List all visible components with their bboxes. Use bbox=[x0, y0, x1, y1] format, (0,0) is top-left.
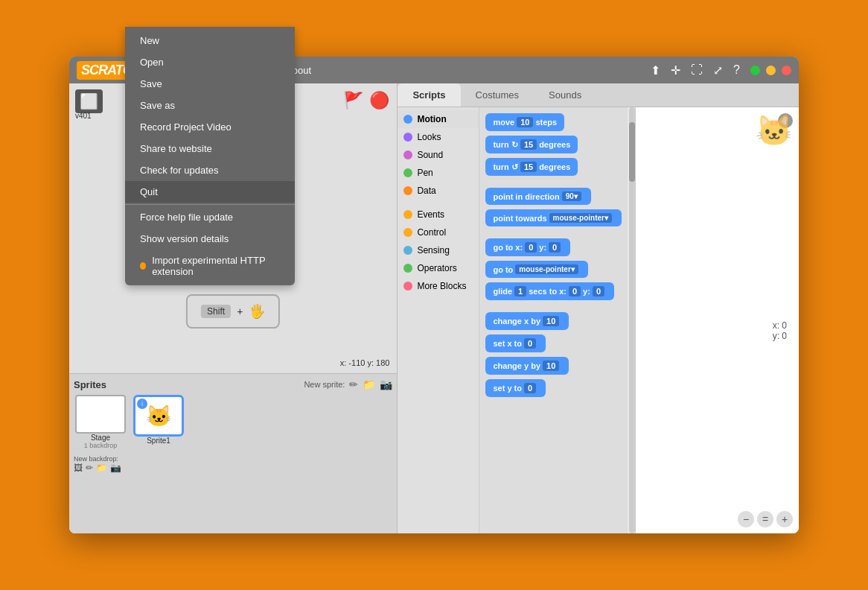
window-maximize[interactable] bbox=[750, 66, 760, 75]
menu-item-share[interactable]: Share to website bbox=[125, 138, 295, 159]
tab-sounds[interactable]: Sounds bbox=[534, 83, 596, 107]
events-dot bbox=[403, 210, 412, 219]
menu-item-save[interactable]: Save bbox=[125, 73, 295, 95]
sound-dot bbox=[403, 150, 412, 159]
stage-thumb-label: Stage bbox=[91, 434, 110, 442]
sprite-stage-coords: x: 0 y: 0 bbox=[773, 320, 787, 341]
y-coord-label: y: bbox=[367, 358, 376, 367]
new-sprite-camera-btn[interactable]: 📷 bbox=[380, 378, 392, 390]
menu-item-force-help[interactable]: Force help file update bbox=[125, 206, 295, 228]
new-backdrop-icons: 🖼 ✏ 📁 📷 bbox=[74, 463, 392, 473]
category-sound-label: Sound bbox=[417, 150, 443, 160]
tab-costumes[interactable]: Costumes bbox=[461, 83, 534, 107]
backdrop-image-btn[interactable]: 🖼 bbox=[74, 463, 83, 473]
new-backdrop-label: New backdrop: bbox=[74, 455, 392, 463]
new-backdrop-section: New backdrop: 🖼 ✏ 📁 📷 bbox=[74, 455, 392, 473]
more-blocks-dot bbox=[403, 282, 412, 291]
right-panel: Scripts Costumes Sounds Motion Looks bbox=[398, 83, 799, 533]
save-icon[interactable]: ⬆ bbox=[651, 63, 660, 77]
menu-item-check-updates[interactable]: Check for updates bbox=[125, 159, 295, 181]
stage-thumbnail[interactable]: Stage 1 backdrop bbox=[74, 395, 127, 449]
new-sprite-icons: ✏ 📁 📷 bbox=[349, 378, 392, 390]
blocks-palette: move 10 steps turn ↻ 15 degrees turn ↺ 1… bbox=[479, 107, 628, 533]
zoom-reset-btn[interactable]: = bbox=[757, 511, 773, 527]
block-turn-cw[interactable]: turn ↻ 15 degrees bbox=[485, 136, 578, 153]
sprite1-thumb-box: i 🐱 bbox=[133, 395, 184, 437]
window-close[interactable] bbox=[782, 66, 791, 75]
blocks-scrollbar-thumb[interactable] bbox=[629, 122, 635, 182]
sprite-selector-btn[interactable]: ⬜ bbox=[75, 89, 103, 113]
zoom-in-btn[interactable]: + bbox=[776, 511, 793, 527]
block-categories: Motion Looks Sound Pen bbox=[398, 107, 479, 533]
category-operators[interactable]: Operators bbox=[398, 259, 479, 277]
category-sensing[interactable]: Sensing bbox=[398, 241, 479, 259]
block-turn-ccw[interactable]: turn ↺ 15 degrees bbox=[485, 158, 578, 176]
backdrop-camera-btn[interactable]: 📷 bbox=[110, 463, 121, 473]
zoom-controls: − = + bbox=[738, 511, 793, 527]
menu-separator bbox=[125, 204, 295, 205]
sprite-info-badge[interactable]: i bbox=[137, 399, 147, 409]
new-sprite-draw-btn[interactable]: ✏ bbox=[349, 378, 358, 390]
new-sprite-upload-btn[interactable]: 📁 bbox=[363, 378, 375, 390]
category-events[interactable]: Events bbox=[398, 206, 479, 223]
block-point-towards[interactable]: point towards mouse-pointer▾ bbox=[485, 209, 622, 226]
category-motion[interactable]: Motion bbox=[398, 110, 479, 128]
zoom-out-btn[interactable]: − bbox=[738, 511, 754, 527]
looks-dot bbox=[403, 133, 412, 142]
expand-icon[interactable]: ⤢ bbox=[713, 63, 723, 77]
category-looks[interactable]: Looks bbox=[398, 128, 479, 146]
block-go-to-mouse[interactable]: go to mouse-pointer▾ bbox=[485, 261, 587, 278]
menu-item-show-version[interactable]: Show version details bbox=[125, 228, 295, 250]
category-more-blocks[interactable]: More Blocks bbox=[398, 277, 479, 295]
block-set-x[interactable]: set x to 0 bbox=[485, 334, 546, 352]
sprite1-label: Sprite1 bbox=[147, 437, 170, 445]
window-controls bbox=[750, 66, 791, 75]
sprite-y-coord: y: 0 bbox=[773, 331, 787, 341]
block-go-to-xy[interactable]: go to x:0 y:0 bbox=[485, 238, 570, 256]
help-icon[interactable]: ? bbox=[733, 63, 740, 77]
fullscreen-icon[interactable]: ⛶ bbox=[691, 63, 703, 77]
window-minimize[interactable] bbox=[766, 66, 776, 75]
block-move-steps[interactable]: move 10 steps bbox=[485, 113, 564, 131]
category-motion-label: Motion bbox=[417, 114, 446, 124]
green-flag-button[interactable]: 🚩 bbox=[343, 91, 363, 110]
tab-scripts[interactable]: Scripts bbox=[398, 83, 460, 107]
sprites-bar: Sprites New sprite: ✏ 📁 📷 Stage 1 backdr… bbox=[69, 374, 397, 533]
menu-item-quit[interactable]: Quit bbox=[125, 181, 295, 203]
cat-sprite-icon: 🐱 bbox=[146, 404, 172, 428]
category-data[interactable]: Data bbox=[398, 182, 479, 200]
category-more-blocks-label: More Blocks bbox=[417, 281, 466, 291]
category-pen[interactable]: Pen bbox=[398, 164, 479, 182]
category-data-label: Data bbox=[417, 185, 435, 196]
shortcut-display: Shift + 🖐 bbox=[186, 294, 280, 329]
block-change-x[interactable]: change x by 10 bbox=[485, 312, 569, 330]
backdrop-draw-btn[interactable]: ✏ bbox=[86, 463, 93, 473]
stage-thumb-box bbox=[75, 395, 126, 434]
block-change-y[interactable]: change y by 10 bbox=[485, 357, 569, 375]
category-control[interactable]: Control bbox=[398, 223, 479, 241]
control-dot bbox=[403, 228, 412, 237]
y-coord-value: 180 bbox=[376, 358, 389, 367]
pen-dot bbox=[403, 168, 412, 177]
sprites-list: Stage 1 backdrop i 🐱 Sprite1 bbox=[74, 395, 392, 449]
data-dot bbox=[403, 186, 412, 195]
block-point-direction[interactable]: point in direction 90▾ bbox=[485, 188, 590, 205]
motion-dot bbox=[403, 115, 412, 124]
menu-item-open[interactable]: Open bbox=[125, 57, 295, 73]
menu-item-record-video[interactable]: Record Project Video bbox=[125, 116, 295, 138]
move-icon[interactable]: ✛ bbox=[671, 63, 680, 77]
backdrop-upload-btn[interactable]: 📁 bbox=[96, 463, 107, 473]
category-sound[interactable]: Sound bbox=[398, 146, 479, 164]
sprite1-thumbnail[interactable]: i 🐱 Sprite1 bbox=[133, 395, 184, 449]
sprite-label: v401 bbox=[75, 112, 92, 120]
sprites-header: Sprites New sprite: ✏ 📁 📷 bbox=[74, 378, 392, 390]
menu-item-import-http[interactable]: Import experimental HTTP extension bbox=[125, 250, 295, 282]
stop-button[interactable]: 🔴 bbox=[369, 91, 389, 110]
block-glide[interactable]: glide 1 secs to x:0 y:0 bbox=[485, 282, 614, 300]
blocks-scrollbar[interactable] bbox=[629, 107, 635, 533]
category-pen-label: Pen bbox=[417, 168, 433, 178]
block-set-y[interactable]: set y to 0 bbox=[485, 379, 546, 397]
x-coord-label: x: bbox=[340, 358, 349, 367]
toolbar-icons: ⬆ ✛ ⛶ ⤢ ? bbox=[651, 63, 740, 77]
menu-item-save-as[interactable]: Save as bbox=[125, 95, 295, 116]
